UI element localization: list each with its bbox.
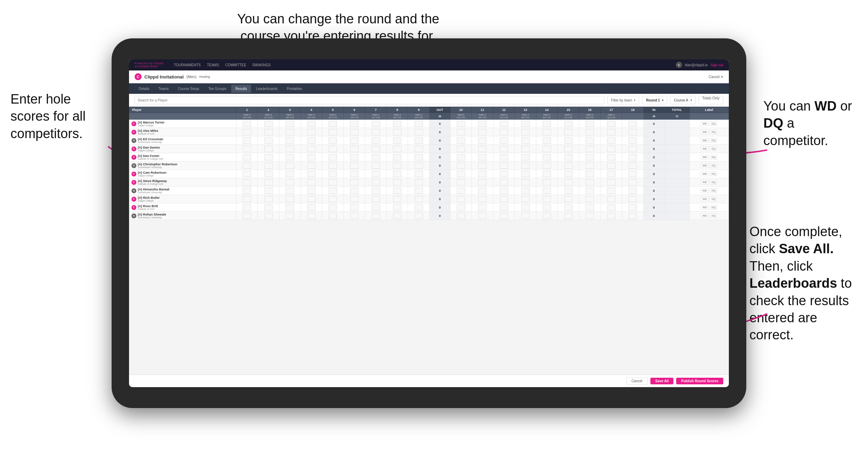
score-input-hole-5[interactable] — [329, 154, 337, 160]
score-input-hole-13[interactable] — [521, 179, 530, 186]
hole-17-input[interactable] — [601, 128, 622, 136]
hole-11-input[interactable] — [472, 161, 493, 170]
hole-3-input[interactable] — [279, 187, 301, 195]
score-input-hole-1[interactable] — [243, 163, 251, 169]
hole-7-input[interactable] — [365, 120, 387, 128]
score-input-hole-3[interactable] — [286, 137, 294, 144]
hole-5-input[interactable] — [322, 153, 344, 161]
hole-12-input[interactable] — [493, 178, 515, 187]
hole-5-input[interactable] — [322, 195, 344, 203]
hole-9-input[interactable] — [408, 128, 430, 136]
dq-button[interactable]: DQ — [710, 146, 717, 151]
hole-4-input[interactable] — [301, 153, 322, 161]
hole-2-input[interactable] — [258, 187, 279, 195]
score-input-hole-1[interactable] — [243, 171, 251, 177]
hole-5-input[interactable] — [322, 170, 344, 178]
score-input-hole-11[interactable] — [478, 154, 486, 160]
hole-1-input[interactable] — [236, 212, 258, 220]
hole-8-input[interactable] — [386, 187, 408, 195]
hole-8-input[interactable] — [386, 128, 408, 136]
score-input-hole-5[interactable] — [329, 171, 337, 177]
hole-11-input[interactable] — [472, 203, 493, 212]
hole-6-input[interactable] — [344, 153, 365, 161]
score-input-hole-3[interactable] — [286, 196, 294, 202]
score-input-hole-9[interactable] — [415, 121, 423, 127]
score-input-hole-5[interactable] — [329, 204, 337, 211]
score-input-hole-10[interactable] — [457, 188, 465, 194]
hole-8-input[interactable] — [386, 178, 408, 187]
score-input-hole-2[interactable] — [264, 137, 273, 144]
score-input-hole-16[interactable] — [586, 146, 594, 152]
hole-15-input[interactable] — [558, 195, 579, 203]
hole-12-input[interactable] — [493, 153, 515, 161]
hole-4-input[interactable] — [301, 187, 322, 195]
score-input-hole-9[interactable] — [415, 154, 423, 160]
hole-3-input[interactable] — [279, 212, 301, 220]
hole-18-input[interactable] — [622, 153, 644, 161]
hole-15-input[interactable] — [558, 145, 579, 153]
hole-11-input[interactable] — [472, 136, 493, 145]
score-input-hole-12[interactable] — [500, 163, 508, 169]
score-input-hole-9[interactable] — [415, 163, 423, 169]
score-input-hole-14[interactable] — [543, 204, 551, 211]
wd-button[interactable]: WD — [701, 188, 709, 193]
score-input-hole-13[interactable] — [521, 121, 530, 127]
score-input-hole-4[interactable] — [307, 179, 316, 186]
hole-12-input[interactable] — [493, 170, 515, 178]
score-input-hole-14[interactable] — [543, 188, 551, 194]
wd-button[interactable]: WD — [701, 205, 709, 210]
score-input-hole-4[interactable] — [307, 154, 316, 160]
score-input-hole-6[interactable] — [350, 154, 358, 160]
score-input-hole-18[interactable] — [628, 154, 637, 160]
wd-button[interactable]: WD — [701, 138, 709, 143]
hole-3-input[interactable] — [279, 195, 301, 203]
hole-12-input[interactable] — [493, 212, 515, 220]
dq-button[interactable]: DQ — [710, 180, 717, 184]
hole-2-input[interactable] — [258, 178, 279, 187]
score-input-hole-16[interactable] — [586, 137, 594, 144]
hole-2-input[interactable] — [258, 120, 279, 128]
hole-10-input[interactable] — [450, 203, 472, 212]
hole-9-input[interactable] — [408, 212, 430, 220]
hole-1-input[interactable] — [236, 145, 258, 153]
hole-1-input[interactable] — [236, 120, 258, 128]
hole-18-input[interactable] — [622, 187, 644, 195]
score-input-hole-1[interactable] — [243, 129, 251, 135]
dq-button[interactable]: DQ — [710, 172, 717, 176]
score-input-hole-14[interactable] — [543, 179, 551, 186]
score-input-hole-14[interactable] — [543, 196, 551, 202]
score-input-hole-8[interactable] — [393, 213, 401, 219]
hole-13-input[interactable] — [515, 170, 536, 178]
score-input-hole-16[interactable] — [586, 179, 594, 186]
score-input-hole-11[interactable] — [478, 188, 486, 194]
score-input-hole-2[interactable] — [264, 171, 273, 177]
score-input-hole-8[interactable] — [393, 179, 401, 186]
score-input-hole-9[interactable] — [415, 188, 423, 194]
hole-7-input[interactable] — [365, 136, 387, 145]
dq-button[interactable]: DQ — [710, 138, 717, 143]
score-input-hole-16[interactable] — [586, 163, 594, 169]
hole-1-input[interactable] — [236, 187, 258, 195]
score-input-hole-6[interactable] — [350, 129, 358, 135]
hole-18-input[interactable] — [622, 212, 644, 220]
score-input-hole-10[interactable] — [457, 137, 465, 144]
score-input-hole-5[interactable] — [329, 188, 337, 194]
score-input-hole-9[interactable] — [415, 196, 423, 202]
score-input-hole-2[interactable] — [264, 121, 273, 127]
score-input-hole-8[interactable] — [393, 188, 401, 194]
hole-10-input[interactable] — [450, 145, 472, 153]
score-input-hole-18[interactable] — [628, 171, 637, 177]
score-input-hole-17[interactable] — [607, 179, 616, 186]
hole-7-input[interactable] — [365, 170, 387, 178]
score-input-hole-10[interactable] — [457, 204, 465, 211]
hole-1-input[interactable] — [236, 170, 258, 178]
score-input-hole-6[interactable] — [350, 188, 358, 194]
hole-15-input[interactable] — [558, 187, 579, 195]
hole-4-input[interactable] — [301, 161, 322, 170]
hole-2-input[interactable] — [258, 170, 279, 178]
score-input-hole-6[interactable] — [350, 179, 358, 186]
score-input-hole-4[interactable] — [307, 196, 316, 202]
score-input-hole-18[interactable] — [628, 188, 637, 194]
score-input-hole-11[interactable] — [478, 121, 486, 127]
score-input-hole-17[interactable] — [607, 163, 616, 169]
